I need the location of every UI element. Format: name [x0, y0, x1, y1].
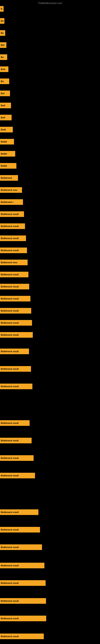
bottleneck-bar[interactable]: Bottleneck result: [0, 272, 28, 277]
bar-label: Bott: [1, 68, 5, 70]
bottleneck-bar[interactable]: Bott: [0, 115, 12, 120]
bar-label: Bottle: [1, 164, 7, 167]
bar-label: Bottleneck: [1, 177, 12, 179]
bar-label: Bottleneck result: [1, 546, 19, 548]
bottleneck-bar[interactable]: Bottl: [0, 127, 13, 132]
bottleneck-bar[interactable]: Bottleneck result: [0, 473, 35, 478]
bottleneck-bar[interactable]: Bottleneck result: [0, 509, 38, 515]
bar-item: Bott: [0, 103, 11, 108]
bar-label: Bottleneck result: [1, 439, 19, 442]
bottleneck-bar[interactable]: Bo: [0, 18, 4, 24]
bottleneck-bar[interactable]: Bottleneck: [0, 175, 18, 181]
bar-item: Bottleneck result: [0, 236, 26, 241]
bar-item: Bo: [0, 78, 9, 84]
bottleneck-bar[interactable]: Bottleneck result: [0, 366, 31, 372]
bottleneck-bar[interactable]: B: [0, 6, 3, 12]
bottleneck-bar[interactable]: Bot: [0, 42, 6, 48]
bottleneck-bar[interactable]: Bottleneck result: [0, 527, 40, 532]
bottleneck-bar[interactable]: Bottleneck resu: [0, 187, 22, 193]
bar-item: Bottleneck result: [0, 634, 44, 639]
bottleneck-bar[interactable]: Bottleneck result: [0, 320, 32, 326]
bottleneck-bar[interactable]: Bo: [0, 54, 7, 60]
bar-item: Bottleneck result: [0, 527, 40, 532]
bar-item: Bottle: [0, 163, 16, 169]
bottleneck-bar[interactable]: Bottle: [0, 139, 14, 144]
bar-label: Bottleneck result: [1, 457, 19, 459]
bottleneck-bar[interactable]: Bottleneck result: [0, 634, 44, 639]
bar-label: Bottleneck result: [1, 528, 19, 531]
bar-item: Bottleneck resu: [0, 260, 28, 265]
bottleneck-bar[interactable]: Bott: [0, 66, 8, 72]
bottleneck-bar[interactable]: Bot: [0, 90, 10, 96]
bottleneck-bar[interactable]: Bottleneck result: [0, 211, 24, 217]
bar-label: Bottleneck result: [1, 225, 19, 228]
bottleneck-bar[interactable]: Bottleneck result: [0, 224, 25, 229]
bottleneck-bar[interactable]: Bottleneck r: [0, 199, 23, 205]
bar-item: Bottleneck result: [0, 616, 46, 621]
bar-item: Bottleneck result: [0, 580, 46, 586]
bottleneck-bar[interactable]: Bottleneck result: [0, 420, 30, 426]
bar-item: Bott: [0, 115, 12, 120]
bottleneck-bar[interactable]: Bottleneck result: [0, 580, 46, 586]
bottleneck-bar[interactable]: Bottleneck result: [0, 236, 26, 241]
bar-label: Bottleneck result: [1, 511, 19, 514]
bottleneck-bar[interactable]: Bottleneck result: [0, 348, 29, 354]
bar-item: Bottleneck result: [0, 320, 32, 326]
bar-item: Bottleneck result: [0, 455, 34, 461]
bar-item: Bo: [0, 54, 7, 60]
bar-item: B: [0, 6, 3, 12]
bottleneck-bar[interactable]: Bottleneck result: [0, 563, 44, 568]
bottleneck-bar[interactable]: Bottleneck resu: [0, 260, 28, 265]
bar-label: Bottleneck r: [1, 201, 14, 203]
bottleneck-bar[interactable]: Bottle: [0, 151, 15, 156]
bar-item: Bottleneck result: [0, 473, 35, 478]
bar-item: Bot: [0, 42, 6, 48]
bar-label: Bot: [1, 44, 4, 46]
bar-item: Bottleneck result: [0, 509, 38, 515]
bottleneck-bar[interactable]: Bottleneck result: [0, 284, 29, 290]
bottleneck-bar[interactable]: Bott: [0, 103, 11, 108]
bar-item: Bottleneck result: [0, 438, 32, 443]
bar-item: Bottleneck result: [0, 563, 44, 568]
bar-item: Bottleneck result: [0, 211, 24, 217]
bar-label: B: [1, 8, 2, 10]
bar-label: Bo: [1, 56, 4, 58]
bottleneck-bar[interactable]: Bo: [0, 30, 5, 36]
bar-label: Bo: [1, 20, 4, 22]
bar-item: Bottleneck: [0, 175, 18, 181]
bottleneck-bar[interactable]: Bottleneck result: [0, 455, 34, 461]
bottleneck-bar[interactable]: Bottleneck result: [0, 438, 32, 443]
bar-item: Bottl: [0, 127, 13, 132]
bottleneck-bar[interactable]: Bottleneck result: [0, 332, 33, 338]
bar-item: Bot: [0, 90, 10, 96]
bar-item: Bottle: [0, 139, 14, 144]
bottleneck-bar[interactable]: Bottleneck result: [0, 384, 32, 389]
bar-label: Bottleneck result: [1, 368, 19, 370]
bar-item: Bott: [0, 66, 8, 72]
bar-label: Bott: [1, 104, 5, 107]
bar-label: Bottleneck result: [1, 322, 19, 324]
bottleneck-bar[interactable]: Bottleneck result: [0, 308, 31, 314]
bottleneck-bar[interactable]: Bottleneck result: [0, 248, 27, 253]
bar-label: Bottleneck result: [1, 600, 19, 602]
bar-label: Bottleneck resu: [1, 261, 17, 264]
bar-label: Bottle: [1, 140, 7, 143]
bar-label: Bottleneck result: [1, 249, 19, 252]
bottleneck-bar[interactable]: Bottle: [0, 163, 16, 169]
bar-item: Bottleneck result: [0, 272, 28, 277]
bar-item: Bo: [0, 18, 4, 24]
bar-label: Bottleneck result: [1, 237, 19, 240]
bottleneck-bar[interactable]: Bottleneck result: [0, 598, 46, 604]
bar-label: Bottleneck result: [1, 635, 19, 638]
bar-label: Bottleneck result: [1, 617, 19, 620]
bottleneck-bar[interactable]: Bottleneck result: [0, 544, 42, 550]
bar-item: Bottleneck result: [0, 366, 31, 372]
bar-item: Bottle: [0, 151, 15, 156]
bar-item: Bottleneck result: [0, 308, 31, 314]
bar-label: Bottleneck result: [1, 310, 19, 312]
bottleneck-bar[interactable]: Bottleneck result: [0, 616, 46, 621]
bar-label: Bott: [1, 116, 5, 119]
bottleneck-bar[interactable]: Bo: [0, 78, 9, 84]
bar-item: Bottleneck result: [0, 420, 30, 426]
bottleneck-bar[interactable]: Bottleneck result: [0, 296, 30, 302]
